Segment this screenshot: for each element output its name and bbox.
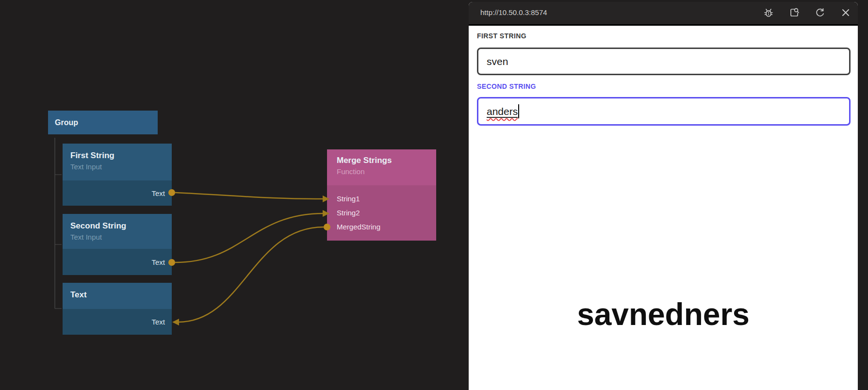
open-on-device-icon[interactable] <box>788 7 800 18</box>
preview-window: http://10.50.0.3:8574 <box>469 2 858 390</box>
node-header: Second String Text Input <box>63 214 172 249</box>
wire-first-to-string1 <box>175 193 324 199</box>
node-header: First String Text Input <box>63 144 172 180</box>
input-port-label: Text <box>151 318 165 326</box>
second-string-value: anders <box>487 106 518 117</box>
input-port-string1[interactable]: String1 <box>337 192 436 206</box>
second-string-label: SECOND STRING <box>477 82 536 90</box>
node-subtitle: Function <box>337 166 426 177</box>
node-text[interactable]: Text Text <box>63 283 172 335</box>
refresh-icon[interactable] <box>814 7 826 18</box>
wire-second-to-string2 <box>175 213 324 262</box>
node-port-row[interactable]: Text <box>63 309 172 335</box>
node-second-string[interactable]: Second String Text Input Text <box>63 214 172 275</box>
node-title: Merge Strings <box>337 155 426 166</box>
text-caret <box>518 104 519 118</box>
output-port-label: Text <box>151 189 165 197</box>
first-string-input[interactable]: sven <box>477 48 851 75</box>
node-title: First String <box>70 150 164 162</box>
node-subtitle: Text Input <box>70 162 164 172</box>
merged-result-text: savnedners <box>469 295 858 334</box>
input-port-string2[interactable]: String2 <box>337 206 436 220</box>
node-merge-strings[interactable]: Merge Strings Function String1 String2 M… <box>327 149 436 241</box>
close-icon[interactable] <box>840 7 852 18</box>
node-group[interactable]: Group <box>48 111 158 134</box>
output-port-label: Text <box>151 258 165 266</box>
node-port-list: String1 String2 MergedString <box>327 185 436 241</box>
node-title: Second String <box>70 220 164 232</box>
titlebar-icons <box>763 7 852 18</box>
arrowhead-text-input <box>172 319 179 325</box>
node-header: Text <box>63 283 172 309</box>
first-string-label: FIRST STRING <box>477 32 526 40</box>
group-node-title: Group <box>55 118 78 127</box>
node-port-row[interactable]: Text <box>63 249 172 275</box>
second-string-input[interactable]: anders <box>477 97 851 126</box>
node-title: Text <box>70 289 164 301</box>
debug-icon[interactable] <box>763 7 774 18</box>
group-tree-connector <box>55 138 62 309</box>
node-port-row[interactable]: Text <box>63 180 172 206</box>
node-subtitle: Text Input <box>70 232 164 243</box>
node-header: Merge Strings Function <box>327 149 436 185</box>
node-first-string[interactable]: First String Text Input Text <box>63 144 172 206</box>
wire-merged-to-text <box>178 227 324 322</box>
first-string-value: sven <box>487 56 508 67</box>
url-text[interactable]: http://10.50.0.3:8574 <box>480 8 763 16</box>
output-port-mergedstring[interactable]: MergedString <box>337 220 436 234</box>
preview-titlebar: http://10.50.0.3:8574 <box>469 2 858 26</box>
